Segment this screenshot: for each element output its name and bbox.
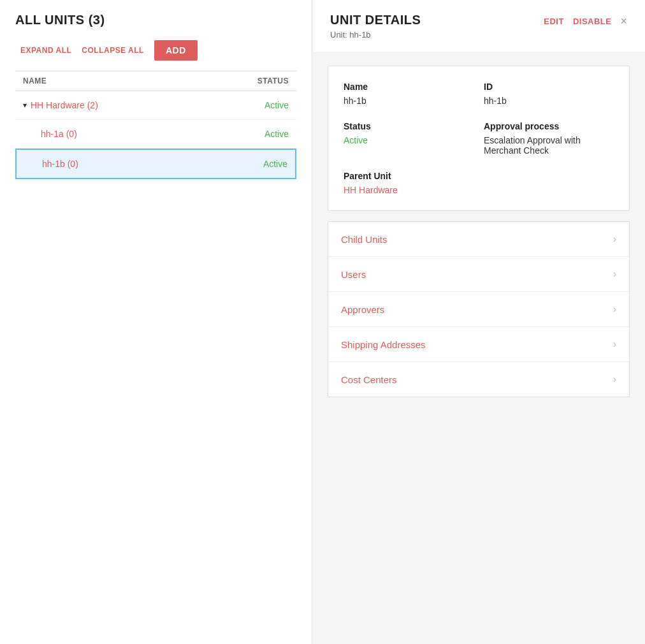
unit-row-hh-1a[interactable]: hh-1a (0) Active [15, 120, 296, 149]
status-value: Active [344, 135, 474, 145]
table-header: NAME STATUS [15, 71, 296, 91]
parent-row: ▾ HH Hardware (2) [23, 100, 98, 110]
name-field: Name hh-1b [344, 82, 474, 106]
section-label-shipping-addresses: Shipping Addresses [341, 339, 426, 350]
header-actions: EDIT DISABLE × [544, 15, 627, 27]
unit-details-header: UNIT DETAILS Unit: hh-1b EDIT DISABLE × [312, 0, 645, 53]
unit-link-hh-hardware[interactable]: HH Hardware (2) [31, 100, 98, 110]
disable-button[interactable]: DISABLE [573, 17, 612, 26]
expand-all-button[interactable]: EXPAND ALL [20, 46, 71, 55]
section-item-approvers[interactable]: Approvers› [328, 292, 629, 327]
info-card: Name hh-1b ID hh-1b Status Active Approv… [328, 66, 630, 211]
unit-details-title: UNIT DETAILS [330, 13, 421, 27]
chevron-right-icon: › [613, 268, 616, 280]
approval-field: Approval process Escalation Approval wit… [484, 121, 614, 156]
add-button[interactable]: ADD [154, 40, 198, 61]
status-hh-1b: Active [263, 159, 287, 169]
approval-label: Approval process [484, 121, 614, 131]
status-hh-hardware: Active [265, 100, 289, 110]
chevron-right-icon: › [613, 374, 616, 385]
edit-button[interactable]: EDIT [544, 17, 564, 26]
col-status: STATUS [257, 77, 289, 85]
toolbar: EXPAND ALL COLLAPSE ALL ADD [15, 40, 296, 61]
section-label-child-units: Child Units [341, 234, 388, 245]
unit-row-hh-hardware[interactable]: ▾ HH Hardware (2) Active [15, 91, 296, 120]
parent-unit-label: Parent Unit [344, 171, 474, 181]
unit-row-hh-1b[interactable]: hh-1b (0) Active [15, 149, 296, 179]
section-label-approvers: Approvers [341, 304, 384, 315]
unit-details-subtitle: Unit: hh-1b [330, 30, 421, 40]
chevron-down-icon: ▾ [23, 101, 27, 110]
info-grid: Name hh-1b ID hh-1b Status Active Approv… [344, 82, 614, 195]
section-label-users: Users [341, 269, 366, 280]
section-item-child-units[interactable]: Child Units› [328, 222, 629, 257]
status-hh-1a: Active [265, 129, 289, 139]
header-info: UNIT DETAILS Unit: hh-1b [330, 13, 421, 40]
page-title: ALL UNITS (3) [15, 13, 296, 27]
status-label: Status [344, 121, 474, 131]
parent-unit-value[interactable]: HH Hardware [344, 185, 474, 195]
details-body: Name hh-1b ID hh-1b Status Active Approv… [312, 53, 645, 410]
name-label: Name [344, 82, 474, 92]
right-panel: UNIT DETAILS Unit: hh-1b EDIT DISABLE × … [312, 0, 645, 644]
chevron-right-icon: › [613, 339, 616, 350]
chevron-right-icon: › [613, 304, 616, 315]
section-item-shipping-addresses[interactable]: Shipping Addresses› [328, 327, 629, 362]
section-label-cost-centers: Cost Centers [341, 374, 397, 385]
unit-link-hh-1b[interactable]: hh-1b (0) [42, 159, 78, 169]
close-button[interactable]: × [620, 15, 627, 27]
approval-value: Escalation Approval with Merchant Check [484, 135, 614, 156]
id-field: ID hh-1b [484, 82, 614, 106]
section-list: Child Units›Users›Approvers›Shipping Add… [328, 221, 630, 397]
parent-unit-field: Parent Unit HH Hardware [344, 171, 474, 195]
id-label: ID [484, 82, 614, 92]
section-item-cost-centers[interactable]: Cost Centers› [328, 362, 629, 397]
collapse-all-button[interactable]: COLLAPSE ALL [82, 46, 144, 55]
col-name: NAME [23, 77, 47, 85]
status-field: Status Active [344, 121, 474, 156]
id-value: hh-1b [484, 96, 614, 106]
section-item-users[interactable]: Users› [328, 257, 629, 292]
left-panel: ALL UNITS (3) EXPAND ALL COLLAPSE ALL AD… [0, 0, 312, 644]
unit-link-hh-1a[interactable]: hh-1a (0) [41, 129, 77, 139]
chevron-right-icon: › [613, 233, 616, 245]
name-value: hh-1b [344, 96, 474, 106]
